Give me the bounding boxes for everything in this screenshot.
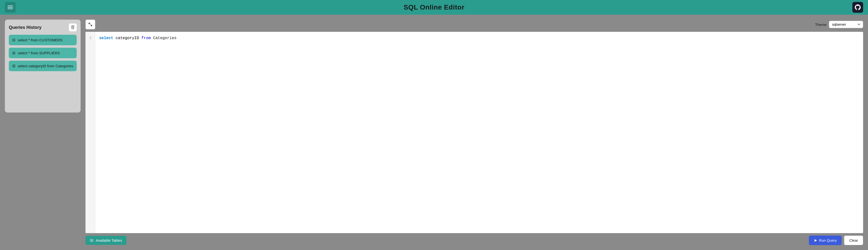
keyword-from: from [142,36,151,40]
theme-selector: Theme sqlserver vs vs-dark hc-black [815,21,863,28]
play-icon [814,239,817,242]
line-number-1: 1 [89,36,92,40]
available-tables-button[interactable]: Available Tables [86,236,126,245]
query-history-item-0[interactable]: ⊞ select * from CUSTOMERS [9,35,77,45]
code-editor[interactable]: 1 select categoryID from Categories [86,32,863,233]
queries-history-header: Queries History [9,24,77,31]
table-icon-0: ⊞ [12,38,16,42]
line-numbers: 1 [86,32,95,233]
queries-history-title: Queries History [9,25,41,30]
svg-marker-6 [814,239,817,242]
trash-icon [71,25,75,29]
query-history-item-2[interactable]: ⊞ select categoryID from Categories [9,61,77,71]
code-field: categoryID [116,36,142,40]
clear-button[interactable]: Clear [844,235,863,245]
delete-history-button[interactable] [69,24,77,31]
editor-toolbar: Theme sqlserver vs vs-dark hc-black [86,20,863,29]
theme-label: Theme [815,23,827,27]
svg-rect-2 [90,239,90,239]
theme-dropdown[interactable]: sqlserver vs vs-dark hc-black [829,21,863,28]
main-content: Queries History ⊞ select * from CUSTOMER… [0,15,868,250]
clear-label: Clear [849,238,858,243]
available-tables-label: Available Tables [96,238,122,243]
keyword-select: select [99,36,113,40]
github-button[interactable] [852,2,863,13]
table-icon-1: ⊞ [12,51,16,55]
svg-rect-5 [90,241,90,242]
query-history-label-1: select * from SUPPLIERS [18,51,60,55]
expand-button[interactable] [86,20,95,29]
expand-icon [88,22,93,27]
editor-container: Theme sqlserver vs vs-dark hc-black 1 se… [86,20,863,245]
code-table: Categories [153,36,177,40]
run-query-label: Run Query [819,238,837,243]
header: SQL Online Editor [0,0,868,15]
bottom-toolbar: Available Tables Run Query Clear [86,235,863,245]
run-query-button[interactable]: Run Query [809,235,842,245]
code-content[interactable]: select categoryID from Categories [95,32,863,233]
hamburger-icon [7,6,13,9]
page-title: SQL Online Editor [403,3,464,11]
list-icon [90,239,94,243]
github-icon [855,4,861,10]
query-history-label-0: select * from CUSTOMERS [18,38,63,42]
code-line-1: select categoryID from Categories [99,35,859,42]
query-history-label-2: select categoryID from Categories [18,64,73,68]
menu-button[interactable] [5,2,16,13]
action-buttons: Run Query Clear [809,235,863,245]
query-history-item-1[interactable]: ⊞ select * from SUPPLIERS [9,48,77,58]
queries-history-panel: Queries History ⊞ select * from CUSTOMER… [5,20,81,113]
table-icon-2: ⊞ [12,64,16,68]
